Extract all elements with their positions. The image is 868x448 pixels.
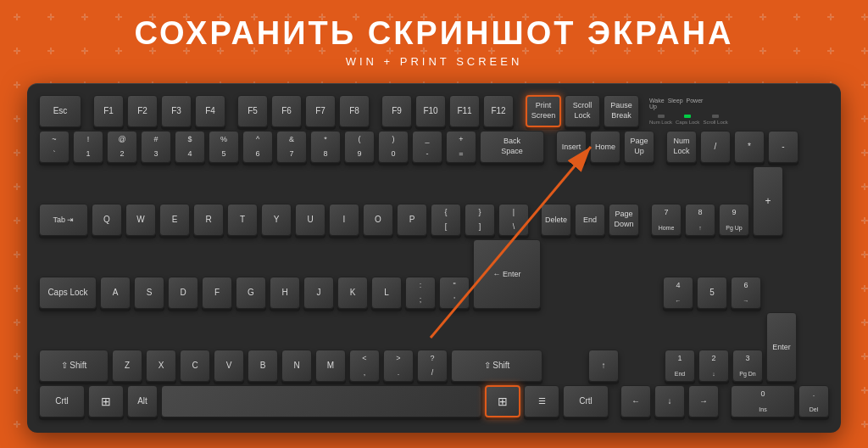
key-quote[interactable]: "'	[439, 277, 470, 309]
key-n[interactable]: N	[281, 350, 312, 382]
key-arrow-down[interactable]: ↓	[654, 385, 685, 417]
key-win-right[interactable]: ⊞	[485, 385, 520, 417]
key-3[interactable]: #3	[141, 131, 171, 163]
key-enter[interactable]: ← Enter	[473, 239, 541, 309]
key-b[interactable]: B	[248, 350, 278, 382]
key-alt-left[interactable]: Alt	[127, 385, 158, 417]
key-f7[interactable]: F7	[305, 95, 336, 127]
key-f1[interactable]: F1	[93, 95, 124, 127]
key-1[interactable]: !1	[73, 131, 103, 163]
key-f6[interactable]: F6	[271, 95, 302, 127]
key-f5[interactable]: F5	[237, 95, 268, 127]
key-f3[interactable]: F3	[161, 95, 192, 127]
key-space[interactable]	[161, 385, 481, 417]
key-5[interactable]: %5	[209, 131, 239, 163]
key-num4[interactable]: 4←	[663, 277, 693, 309]
key-o[interactable]: O	[363, 204, 393, 236]
key-w[interactable]: W	[125, 204, 156, 236]
key-delete[interactable]: Delete	[541, 204, 571, 236]
key-7[interactable]: &7	[276, 131, 307, 163]
key-t[interactable]: T	[227, 204, 258, 236]
key-pause-break[interactable]: PauseBreak	[604, 95, 639, 127]
key-tab[interactable]: Tab ⇥	[39, 204, 88, 236]
key-9[interactable]: (9	[344, 131, 375, 163]
key-equals[interactable]: +=	[446, 131, 476, 163]
key-slash[interactable]: ?/	[417, 350, 448, 382]
key-win-left[interactable]: ⊞	[88, 385, 124, 417]
key-shift-left[interactable]: ⇧ Shift	[39, 350, 108, 382]
key-arrow-up[interactable]: ↑	[588, 350, 619, 382]
key-c[interactable]: C	[180, 350, 210, 382]
key-num-del[interactable]: .Del	[798, 385, 829, 417]
key-2[interactable]: @2	[107, 131, 137, 163]
key-num5[interactable]: 5	[697, 277, 727, 309]
key-bracket-right[interactable]: }]	[465, 204, 495, 236]
key-menu[interactable]: ☰	[524, 385, 559, 417]
key-num-star[interactable]: *	[734, 131, 765, 163]
key-r[interactable]: R	[193, 204, 224, 236]
key-0[interactable]: )0	[378, 131, 409, 163]
key-num9[interactable]: 9Pg Up	[719, 204, 749, 236]
key-f2[interactable]: F2	[127, 95, 158, 127]
key-num-minus[interactable]: -	[768, 131, 798, 163]
key-scroll-lock[interactable]: ScrollLock	[565, 95, 600, 127]
key-arrow-right[interactable]: →	[688, 385, 719, 417]
key-ctrl-left[interactable]: Crtl	[39, 385, 85, 417]
key-d[interactable]: D	[168, 277, 198, 309]
key-page-down[interactable]: PageDown	[609, 204, 639, 236]
key-v[interactable]: V	[214, 350, 244, 382]
key-home[interactable]: Home	[590, 131, 620, 163]
key-f8[interactable]: F8	[339, 95, 370, 127]
key-m[interactable]: M	[315, 350, 346, 382]
key-page-up[interactable]: PageUp	[624, 131, 654, 163]
key-num0[interactable]: 0Ins	[731, 385, 795, 417]
key-h[interactable]: H	[270, 277, 300, 309]
key-num7[interactable]: 7Home	[651, 204, 682, 236]
key-insert[interactable]: Insert	[556, 131, 587, 163]
key-num-enter[interactable]: Enter	[766, 312, 797, 382]
key-backspace[interactable]: BackSpace	[480, 131, 544, 163]
key-bracket-left[interactable]: {[	[431, 204, 461, 236]
key-k[interactable]: K	[337, 277, 368, 309]
key-f[interactable]: F	[202, 277, 232, 309]
key-i[interactable]: I	[329, 204, 359, 236]
key-f9[interactable]: F9	[381, 95, 412, 127]
key-x[interactable]: X	[146, 350, 176, 382]
key-f11[interactable]: F11	[449, 95, 480, 127]
key-l[interactable]: L	[371, 277, 402, 309]
key-u[interactable]: U	[295, 204, 326, 236]
key-p[interactable]: P	[397, 204, 427, 236]
key-num3[interactable]: 3Pg Dn	[732, 350, 763, 382]
key-j[interactable]: J	[303, 277, 334, 309]
key-caps-lock[interactable]: Caps Lock	[39, 277, 97, 309]
key-tilde[interactable]: ~`	[39, 131, 70, 163]
key-num8[interactable]: 8↑	[685, 204, 715, 236]
key-z[interactable]: Z	[112, 350, 142, 382]
key-8[interactable]: *8	[310, 131, 341, 163]
key-esc[interactable]: Esc	[39, 95, 81, 127]
key-ctrl-right[interactable]: Crtl	[563, 385, 609, 417]
key-num-slash[interactable]: /	[700, 131, 731, 163]
key-arrow-left[interactable]: ←	[620, 385, 651, 417]
key-period[interactable]: >.	[383, 350, 414, 382]
key-end[interactable]: End	[575, 204, 605, 236]
key-minus[interactable]: _-	[412, 131, 442, 163]
key-f12[interactable]: F12	[483, 95, 514, 127]
key-y[interactable]: Y	[261, 204, 292, 236]
key-print-screen[interactable]: PrintScreen	[526, 95, 561, 127]
key-num1[interactable]: 1End	[665, 350, 695, 382]
key-g[interactable]: G	[236, 277, 266, 309]
key-a[interactable]: A	[100, 277, 131, 309]
key-f10[interactable]: F10	[415, 95, 446, 127]
key-num-plus[interactable]: +	[753, 166, 783, 236]
key-e[interactable]: E	[159, 204, 190, 236]
key-4[interactable]: $4	[175, 131, 205, 163]
key-comma[interactable]: <,	[349, 350, 380, 382]
key-semicolon[interactable]: :;	[405, 277, 436, 309]
key-num6[interactable]: 6→	[731, 277, 761, 309]
key-num-lock[interactable]: NumLock	[666, 131, 697, 163]
key-6[interactable]: ^6	[242, 131, 273, 163]
key-f4[interactable]: F4	[195, 95, 225, 127]
key-s[interactable]: S	[134, 277, 164, 309]
key-num2[interactable]: 2↓	[698, 350, 729, 382]
